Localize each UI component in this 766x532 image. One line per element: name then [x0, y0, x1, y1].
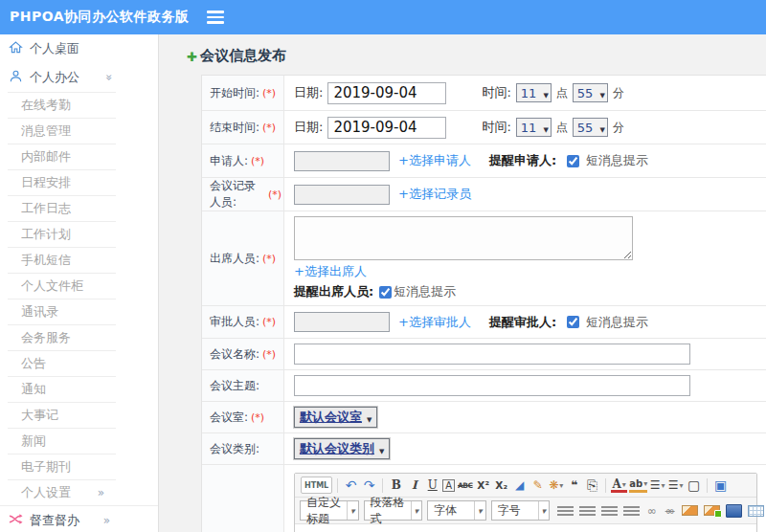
undo-icon[interactable]: ↶	[343, 477, 359, 494]
paragraph-format-select[interactable]: 段落格式	[364, 500, 423, 521]
insert-image-icon[interactable]	[682, 505, 698, 516]
hour-unit: 点	[556, 120, 568, 136]
editor-content[interactable]	[295, 524, 756, 532]
strikethrough-icon[interactable]: ABC	[457, 477, 473, 494]
bold-icon[interactable]: B	[388, 477, 404, 494]
font-size-select[interactable]: 字号	[491, 500, 551, 521]
align-left-icon[interactable]	[557, 506, 574, 516]
choose-approver-link[interactable]: +选择审批人	[398, 314, 471, 331]
sidebar-item-office[interactable]: 个人办公 »	[0, 63, 158, 92]
sidebar-item-supervision[interactable]: 督查督办 »	[0, 505, 158, 532]
sidebar-item[interactable]: 个人设置 »	[0, 479, 158, 505]
unordered-list-icon[interactable]: ☰	[667, 477, 684, 494]
sidebar-item[interactable]: 手机短信	[0, 247, 158, 273]
page-title: 会议信息发布	[200, 47, 286, 65]
end-date-input[interactable]	[327, 117, 446, 139]
sidebar-item-label: 工作计划	[21, 226, 71, 243]
custom-title-select[interactable]: 自定义标题	[300, 500, 359, 521]
unlink-icon[interactable]: ∞	[662, 502, 678, 520]
app-window: PHPOA协同办公软件政务版 个人桌面 个人办公 » 在线考勤	[0, 0, 766, 532]
blockquote-icon[interactable]: ❝	[566, 477, 582, 494]
form-row-start-time: 开始时间: (*) 日期: 时间: 11 点 55 分	[202, 76, 766, 111]
time-label: 时间:	[482, 84, 510, 101]
align-justify-icon[interactable]	[623, 506, 640, 516]
applicant-input[interactable]	[294, 151, 390, 171]
sidebar-item[interactable]: 大事记	[0, 402, 158, 428]
sidebar-item[interactable]: 工作计划	[0, 221, 158, 247]
insert-media-icon[interactable]	[726, 504, 742, 518]
ordered-list-icon[interactable]: ☰	[649, 477, 665, 494]
fullscreen-icon[interactable]: ▣	[712, 477, 729, 494]
sidebar-item[interactable]: 公告	[0, 350, 158, 376]
link-icon[interactable]: ∞	[643, 502, 660, 520]
char-border-icon[interactable]: A	[442, 479, 455, 492]
choose-attendees-link[interactable]: +选择出席人	[294, 263, 367, 280]
sidebar-item[interactable]: 电子期刊	[0, 454, 158, 479]
meeting-room-select[interactable]: 默认会议室	[294, 407, 377, 428]
choose-recorder-link[interactable]: +选择记录员	[398, 186, 471, 203]
sidebar-item[interactable]: 在线考勤	[0, 92, 158, 118]
toolbar-separator	[382, 478, 383, 493]
insert-table-icon[interactable]	[748, 505, 764, 517]
superscript-icon[interactable]: X²	[475, 477, 491, 494]
minute-unit: 分	[613, 85, 624, 101]
start-minute-select[interactable]: 55	[573, 83, 608, 102]
redo-icon[interactable]: ↷	[361, 477, 377, 494]
underline-icon[interactable]: U	[424, 477, 440, 494]
new-page-icon[interactable]: ▢	[686, 477, 702, 494]
clean-format-icon[interactable]: ✎	[529, 477, 546, 494]
sidebar-item[interactable]: 个人文件柜	[0, 273, 158, 299]
font-color-icon[interactable]: A	[611, 478, 627, 493]
sidebar-item-label: 手机短信	[21, 252, 71, 269]
approver-input[interactable]	[294, 312, 390, 332]
date-label: 日期:	[294, 84, 323, 101]
sidebar-item[interactable]: 消息管理	[0, 118, 158, 144]
dropdown-arrow-icon	[599, 121, 604, 135]
form-row-attendees: 出席人员: (*) +选择出席人 提醒出席人员: 短消息提示	[202, 211, 766, 306]
field-label: 开始时间:	[210, 85, 259, 101]
toolbar-separator	[337, 478, 338, 493]
approver-sms-checkbox[interactable]	[567, 316, 579, 328]
end-minute-select[interactable]: 55	[573, 118, 608, 137]
eraser-icon[interactable]: ◢	[511, 477, 528, 494]
dropdown-arrow-icon	[367, 410, 372, 425]
sidebar-item[interactable]: 通知	[0, 376, 158, 402]
sidebar-item[interactable]: 内部邮件	[0, 144, 158, 169]
field-label: 出席人员:	[210, 251, 259, 267]
end-hour-select[interactable]: 11	[516, 118, 552, 137]
paint-format-icon[interactable]: ❋	[548, 477, 564, 494]
sidebar-item[interactable]: 通讯录	[0, 299, 158, 324]
menu-icon[interactable]	[207, 11, 224, 24]
required-mark: (*)	[262, 316, 276, 328]
font-family-select[interactable]: 字体	[427, 500, 486, 521]
required-mark: (*)	[262, 87, 276, 100]
meeting-name-input[interactable]	[294, 344, 690, 365]
sidebar-item-label: 新闻	[21, 432, 46, 450]
meeting-category-select[interactable]: 默认会议类别	[294, 438, 390, 459]
sidebar-item[interactable]: 工作日志	[0, 195, 158, 221]
align-right-icon[interactable]	[601, 506, 618, 516]
start-date-input[interactable]	[327, 82, 446, 104]
upload-image-icon[interactable]	[704, 505, 720, 516]
paste-icon[interactable]: ⎘	[584, 477, 600, 494]
choose-applicant-link[interactable]: +选择申请人	[398, 152, 471, 169]
sidebar-item-desktop[interactable]: 个人桌面	[0, 34, 158, 63]
sidebar-item[interactable]: 日程安排	[0, 169, 158, 195]
dropdown-arrow-icon	[474, 501, 485, 520]
sms-label: 短消息提示	[586, 152, 648, 169]
sidebar-item-label: 在线考勤	[21, 97, 71, 114]
align-center-icon[interactable]	[579, 506, 596, 516]
attendees-textarea[interactable]	[294, 216, 633, 260]
highlight-color-icon[interactable]: ab	[629, 478, 647, 493]
meeting-subject-input[interactable]	[294, 375, 690, 396]
start-hour-select[interactable]: 11	[516, 83, 552, 102]
italic-icon[interactable]: I	[406, 477, 422, 494]
attendees-sms-checkbox[interactable]	[379, 286, 392, 299]
subscript-icon[interactable]: X₂	[493, 477, 509, 494]
sidebar-item[interactable]: 会务服务	[0, 324, 158, 350]
sidebar-item[interactable]: 新闻	[0, 428, 158, 454]
recorder-input[interactable]	[294, 185, 390, 205]
applicant-sms-checkbox[interactable]	[567, 155, 579, 167]
html-source-icon[interactable]: HTML	[301, 477, 332, 494]
time-label: 时间:	[482, 119, 510, 136]
